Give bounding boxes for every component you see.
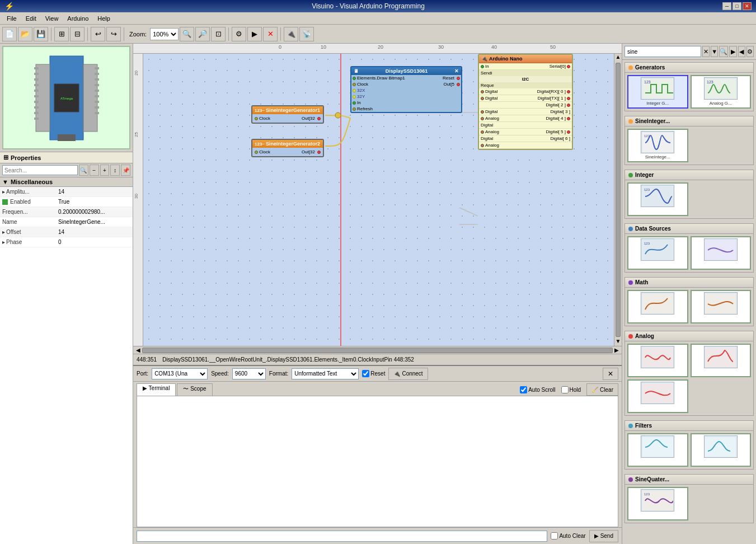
nano-pin-digital4b: Digital <box>479 122 572 129</box>
zoom-fit-button[interactable]: ⊡ <box>211 27 226 41</box>
clear-button[interactable]: 🧹 Clear <box>586 383 618 396</box>
props-val-4[interactable]: 14 <box>58 229 130 235</box>
speed-select[interactable]: 9600 <box>232 368 266 379</box>
close-serial-button[interactable]: ✕ <box>603 368 618 380</box>
zoom-in-button[interactable]: 🔍 <box>180 27 194 41</box>
connect-label: Connect <box>402 371 422 377</box>
menu-help[interactable]: Help <box>93 14 115 23</box>
vscroll-thumb[interactable] <box>616 63 621 337</box>
hold-checkbox[interactable] <box>561 386 569 393</box>
vscroll-down-button[interactable]: ▼ <box>614 338 622 346</box>
search-config-button[interactable]: ▼ <box>711 46 718 57</box>
restore-button[interactable]: □ <box>732 2 741 10</box>
new-button[interactable]: 📄 <box>2 27 17 41</box>
reset-check[interactable]: Reset <box>362 370 385 377</box>
comp-analog-1[interactable] <box>627 344 688 377</box>
zoom-out-button[interactable]: 🔎 <box>195 27 210 41</box>
autoscroll-checkbox[interactable] <box>520 386 527 393</box>
canvas-hscroll[interactable]: ◀ ▶ <box>133 346 622 354</box>
props-expand-button[interactable]: + <box>100 165 110 176</box>
connect-button[interactable]: 🔌 Connect <box>388 368 428 380</box>
port-select[interactable]: COM13 (Una <box>152 368 208 379</box>
display-close-icon[interactable]: ✕ <box>454 68 459 74</box>
redo-button[interactable]: ↪ <box>106 27 121 41</box>
node-display[interactable]: 🖥 DisplaySSD13061 ✕ Elements.Draw Bitmap… <box>350 66 462 113</box>
main-canvas[interactable]: 123~ SineIntegerGenerator1 Clock Out[32 <box>143 54 614 346</box>
comp-sine-integer[interactable]: 123 SineIntege... <box>627 129 688 162</box>
hscroll-thumb[interactable] <box>142 348 613 353</box>
comp-math2-item[interactable]: 123 <box>627 487 688 520</box>
grid-button[interactable]: ⊞ <box>54 27 69 41</box>
stop-button[interactable]: ✕ <box>263 27 278 41</box>
search-prev-button[interactable]: ◀ <box>738 46 745 57</box>
save-button[interactable]: 💾 <box>34 27 48 41</box>
section-datasources: Data Sources 123 <box>624 223 754 273</box>
upload-button[interactable]: ▶ <box>247 27 262 41</box>
hscroll-right-button[interactable]: ▶ <box>613 347 621 353</box>
comp-integer-item[interactable]: 123 <box>627 182 688 216</box>
props-val-5[interactable]: 0 <box>58 239 130 245</box>
search-clear-button[interactable]: ✕ <box>702 46 710 57</box>
props-collapse-button[interactable]: − <box>90 165 99 176</box>
comp-analog-gen[interactable]: 123 Analog G... <box>691 75 752 109</box>
snap-button[interactable]: ⊟ <box>70 27 84 41</box>
comp-filter-2[interactable] <box>691 433 752 467</box>
node-nano[interactable]: 🔌 Arduino Nano In Serial[0] <box>478 54 573 150</box>
search-options-button[interactable]: ⚙ <box>746 46 754 57</box>
terminal-icon: ▶ <box>143 385 147 391</box>
props-val-1[interactable]: True <box>58 199 130 205</box>
serial-button[interactable]: 📡 <box>299 27 314 41</box>
compile-button[interactable]: ⚙ <box>232 27 246 41</box>
comp-analog-3[interactable] <box>627 379 688 413</box>
nano-digital0-right: Digital[RX][ 0 ] <box>537 89 570 94</box>
autoscroll-check[interactable]: Auto Scroll <box>520 383 555 396</box>
canvas-vscroll[interactable]: ▲ ▼ <box>614 54 622 346</box>
props-val-2[interactable]: 0.200000002980... <box>58 209 130 215</box>
comp-math-1[interactable] <box>627 290 688 323</box>
nano-serial0-label: Serial[0] <box>550 64 566 69</box>
math2-label: SineQuater... <box>635 476 669 482</box>
speed-label: Speed: <box>211 371 229 377</box>
search-go-button[interactable]: 🔍 <box>719 46 728 57</box>
vscroll-up-button[interactable]: ▲ <box>614 54 622 62</box>
window-controls[interactable]: ─ □ ✕ <box>722 2 752 10</box>
serial-output[interactable] <box>137 396 618 527</box>
menu-edit[interactable]: Edit <box>21 14 41 23</box>
node-sine2[interactable]: 123~ SineIntegerGenerator2 Clock Out[32 <box>251 139 324 157</box>
props-val-0[interactable]: 14 <box>58 189 130 195</box>
hscroll-left-button[interactable]: ◀ <box>134 347 142 353</box>
menu-arduino[interactable]: Arduino <box>63 14 93 23</box>
props-sort-button[interactable]: ↕ <box>110 165 120 176</box>
comp-integer-gen[interactable]: 123 Integer G... <box>627 75 688 109</box>
comp-math-2[interactable] <box>691 290 752 323</box>
menu-file[interactable]: File <box>2 14 21 23</box>
comp-filter-1[interactable] <box>627 433 688 467</box>
menu-view[interactable]: View <box>41 14 63 23</box>
minimize-button[interactable]: ─ <box>722 2 731 10</box>
search-next-button[interactable]: ▶ <box>729 46 736 57</box>
autoclear-check[interactable]: Auto Clear <box>551 532 585 540</box>
comp-analog-2[interactable] <box>691 344 752 377</box>
autoclear-checkbox[interactable] <box>551 532 558 540</box>
search-input[interactable] <box>624 46 701 57</box>
props-search-button[interactable]: 🔍 <box>79 165 88 176</box>
node-sine1[interactable]: 123~ SineIntegerGenerator1 Clock Out[32 <box>251 105 324 124</box>
props-pin-button[interactable]: 📌 <box>121 165 130 176</box>
hold-check[interactable]: Hold <box>561 383 581 396</box>
close-button[interactable]: ✕ <box>743 2 752 10</box>
open-button[interactable]: 📂 <box>18 27 32 41</box>
tab-terminal[interactable]: ▶ Terminal <box>137 383 176 396</box>
zoom-select[interactable]: 50%75%100%125%150% <box>150 28 179 40</box>
comp-datasource-1[interactable]: 123 <box>627 236 688 270</box>
props-val-3[interactable]: SineIntegerGene... <box>58 219 130 225</box>
reset-checkbox[interactable] <box>362 370 369 377</box>
tab-scope[interactable]: 〜 Scope <box>177 383 212 396</box>
properties-search[interactable] <box>2 165 78 175</box>
svg-rect-12 <box>34 118 39 120</box>
arduino-button[interactable]: 🔌 <box>284 27 298 41</box>
send-button[interactable]: ▶ Send <box>589 530 618 542</box>
serial-input[interactable] <box>137 531 547 542</box>
undo-button[interactable]: ↩ <box>91 27 105 41</box>
format-select[interactable]: Unformatted Text <box>292 368 359 379</box>
comp-datasource-2[interactable] <box>691 236 752 270</box>
